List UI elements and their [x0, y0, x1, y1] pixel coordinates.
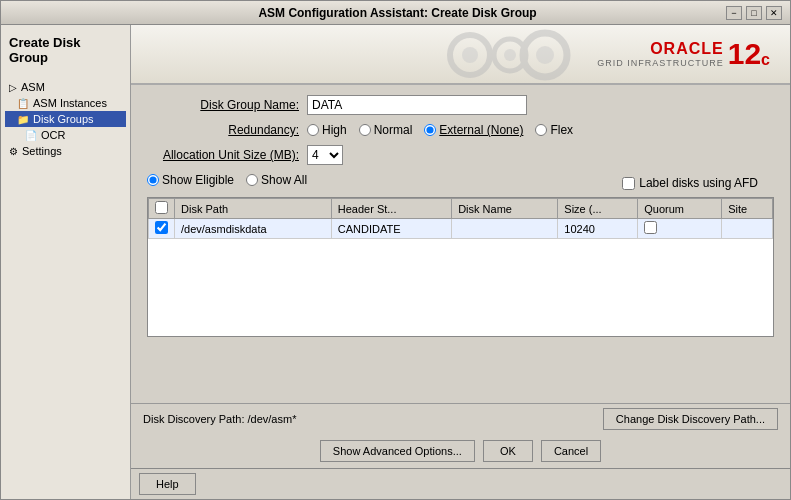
ocr-icon: 📄	[25, 130, 37, 141]
oracle-header: ORACLE GRID INFRASTRUCTURE 12 c	[131, 25, 790, 85]
left-panel: Create Disk Group ▷ ASM 📋 ASM Instances …	[1, 25, 131, 499]
discovery-path-bar: Disk Discovery Path: /dev/asm* Change Di…	[131, 403, 790, 434]
redundancy-flex-label: Flex	[550, 123, 573, 137]
show-all-option[interactable]: Show All	[246, 173, 307, 187]
svg-point-3	[504, 49, 516, 61]
row-quorum	[638, 219, 722, 239]
sidebar-item-settings[interactable]: ⚙ Settings	[5, 143, 126, 159]
allocation-unit-select[interactable]: 4 1 2 8 16	[307, 145, 343, 165]
show-eligible-radio[interactable]	[147, 174, 159, 186]
redundancy-high-radio[interactable]	[307, 124, 319, 136]
disk-groups-icon: 📁	[17, 114, 29, 125]
cancel-button[interactable]: Cancel	[541, 440, 601, 462]
sidebar-item-asm-instances-label: ASM Instances	[33, 97, 107, 109]
row-quorum-checkbox[interactable]	[644, 221, 657, 234]
asm-instances-icon: 📋	[17, 98, 29, 109]
close-button[interactable]: ✕	[766, 6, 782, 20]
sidebar-item-asm[interactable]: ▷ ASM	[5, 79, 126, 95]
row-checkbox-cell	[149, 219, 175, 239]
settings-icon: ⚙	[9, 146, 18, 157]
afd-checkbox[interactable]	[622, 177, 635, 190]
window-body: Create Disk Group ▷ ASM 📋 ASM Instances …	[1, 25, 790, 499]
redundancy-flex-radio[interactable]	[535, 124, 547, 136]
redundancy-normal-radio[interactable]	[359, 124, 371, 136]
gear-decoration	[420, 25, 600, 85]
th-size: Size (...	[558, 199, 638, 219]
th-check	[149, 199, 175, 219]
redundancy-row: Redundancy: High Normal External (Non	[147, 123, 774, 137]
show-advanced-button[interactable]: Show Advanced Options...	[320, 440, 475, 462]
sidebar-item-settings-label: Settings	[22, 145, 62, 157]
th-disk-path: Disk Path	[175, 199, 332, 219]
allocation-label: Allocation Unit Size (MB):	[147, 148, 307, 162]
oracle-logo: ORACLE GRID INFRASTRUCTURE	[597, 40, 724, 68]
show-eligible-label: Show Eligible	[162, 173, 234, 187]
discovery-path-text: Disk Discovery Path: /dev/asm*	[143, 413, 296, 425]
redundancy-high-label: High	[322, 123, 347, 137]
show-options: Show Eligible Show All	[147, 173, 307, 187]
redundancy-normal-label: Normal	[374, 123, 413, 137]
row-checkbox[interactable]	[155, 221, 168, 234]
help-button[interactable]: Help	[139, 473, 196, 495]
right-panel: ORACLE GRID INFRASTRUCTURE 12 c Disk Gro…	[131, 25, 790, 499]
row-header-status: CANDIDATE	[331, 219, 451, 239]
content-area: Disk Group Name: Redundancy: High Normal	[131, 85, 790, 403]
sidebar-item-ocr-label: OCR	[41, 129, 65, 141]
redundancy-high[interactable]: High	[307, 123, 347, 137]
disk-group-name-row: Disk Group Name:	[147, 95, 774, 115]
change-disk-discovery-button[interactable]: Change Disk Discovery Path...	[603, 408, 778, 430]
row-disk-path: /dev/asmdiskdata	[175, 219, 332, 239]
grid-infrastructure-label: GRID INFRASTRUCTURE	[597, 58, 724, 68]
asm-icon: ▷	[9, 82, 17, 93]
redundancy-label: Redundancy:	[147, 123, 307, 137]
help-bar: Help	[131, 468, 790, 499]
allocation-unit-row: Allocation Unit Size (MB): 4 1 2 8 16	[147, 145, 774, 165]
disk-table: Disk Path Header St... Disk Name Size (.…	[148, 198, 773, 239]
version-number: 12	[728, 39, 761, 69]
window-controls: − □ ✕	[726, 6, 782, 20]
redundancy-external[interactable]: External (None)	[424, 123, 523, 137]
table-row: /dev/asmdiskdata CANDIDATE 10240	[149, 219, 773, 239]
ok-button[interactable]: OK	[483, 440, 533, 462]
show-eligible-option[interactable]: Show Eligible	[147, 173, 234, 187]
disk-group-name-label: Disk Group Name:	[147, 98, 307, 112]
show-all-label: Show All	[261, 173, 307, 187]
redundancy-external-label: External (None)	[439, 123, 523, 137]
sidebar-item-ocr[interactable]: 📄 OCR	[5, 127, 126, 143]
minimize-button[interactable]: −	[726, 6, 742, 20]
show-options-row: Show Eligible Show All Label disks using…	[147, 173, 774, 193]
row-site	[722, 219, 773, 239]
th-site: Site	[722, 199, 773, 219]
select-all-checkbox[interactable]	[155, 201, 168, 214]
version-suffix: c	[761, 51, 770, 69]
th-disk-name: Disk Name	[452, 199, 558, 219]
main-window: ASM Configuration Assistant: Create Disk…	[0, 0, 791, 500]
oracle-brand: ORACLE	[650, 40, 724, 58]
sidebar-item-asm-label: ASM	[21, 81, 45, 93]
window-title: ASM Configuration Assistant: Create Disk…	[69, 6, 726, 20]
button-row: Show Advanced Options... OK Cancel	[131, 434, 790, 468]
sidebar-item-disk-groups[interactable]: 📁 Disk Groups	[5, 111, 126, 127]
sidebar-item-disk-groups-label: Disk Groups	[33, 113, 94, 125]
afd-checkbox-area: Label disks using AFD	[622, 176, 758, 190]
table-header-row: Disk Path Header St... Disk Name Size (.…	[149, 199, 773, 219]
th-quorum: Quorum	[638, 199, 722, 219]
maximize-button[interactable]: □	[746, 6, 762, 20]
sidebar-item-asm-instances[interactable]: 📋 ASM Instances	[5, 95, 126, 111]
row-size: 10240	[558, 219, 638, 239]
version-display: 12 c	[728, 39, 770, 69]
redundancy-normal[interactable]: Normal	[359, 123, 413, 137]
redundancy-flex[interactable]: Flex	[535, 123, 573, 137]
disk-table-container: Disk Path Header St... Disk Name Size (.…	[147, 197, 774, 337]
th-header-status: Header St...	[331, 199, 451, 219]
show-all-radio[interactable]	[246, 174, 258, 186]
svg-point-1	[462, 47, 478, 63]
title-bar: ASM Configuration Assistant: Create Disk…	[1, 1, 790, 25]
svg-point-5	[536, 46, 554, 64]
left-panel-header: Create Disk Group	[5, 33, 126, 67]
afd-label: Label disks using AFD	[639, 176, 758, 190]
row-disk-name	[452, 219, 558, 239]
disk-group-name-input[interactable]	[307, 95, 527, 115]
redundancy-external-radio[interactable]	[424, 124, 436, 136]
redundancy-options: High Normal External (None) Flex	[307, 123, 573, 137]
